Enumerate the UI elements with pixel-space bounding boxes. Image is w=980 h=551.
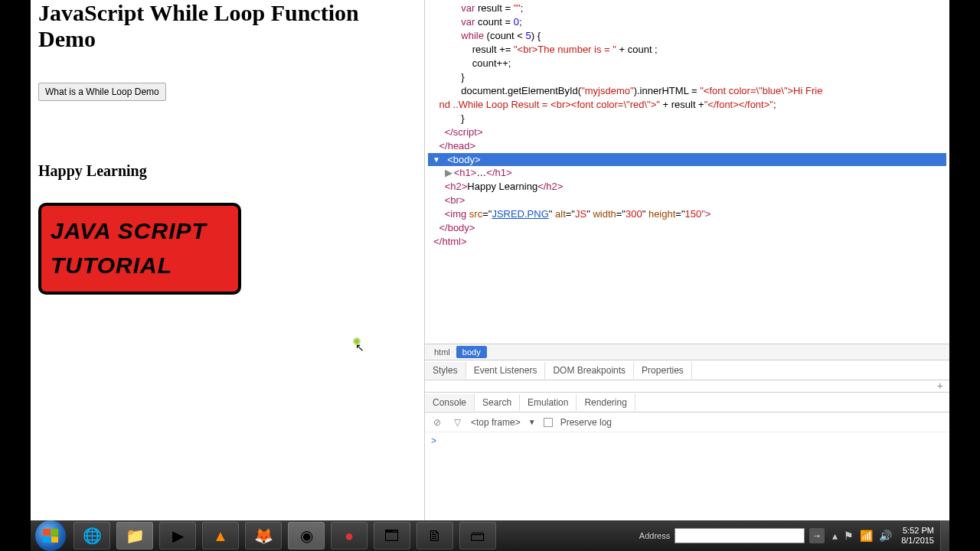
drawer-tabs: Console Search Emulation Rendering bbox=[425, 393, 949, 412]
address-input[interactable] bbox=[675, 528, 805, 543]
system-tray: ▴ ⚑ 📶 🔊 bbox=[829, 530, 895, 542]
tab-styles[interactable]: Styles bbox=[425, 362, 466, 379]
tray-volume-icon[interactable]: 🔊 bbox=[879, 530, 892, 542]
tab-dom-breakpoints[interactable]: DOM Breakpoints bbox=[545, 362, 634, 379]
breadcrumb-html[interactable]: html bbox=[428, 346, 456, 358]
tray-network-icon[interactable]: 📶 bbox=[860, 530, 873, 542]
taskbar-chrome-icon[interactable]: ◉ bbox=[288, 522, 325, 549]
tab-rendering[interactable]: Rendering bbox=[577, 394, 635, 411]
taskbar-address: Address → bbox=[639, 528, 829, 543]
taskbar-recorder-icon[interactable]: ● bbox=[331, 522, 368, 549]
windows-taskbar: 🌐 📁 ▶ ▲ 🦊 ◉ ● 🗔 🗎 🗃 Address → ▴ ⚑ 📶 🔊 5:… bbox=[31, 520, 949, 551]
tab-console[interactable]: Console bbox=[425, 394, 475, 411]
windows-logo-icon bbox=[43, 529, 58, 543]
tutorial-image-line1: JAVA SCRIPT bbox=[51, 214, 229, 248]
styles-tabs: Styles Event Listeners DOM Breakpoints P… bbox=[425, 360, 949, 380]
taskbar-ie-icon[interactable]: 🌐 bbox=[74, 522, 110, 549]
taskbar-explorer-icon[interactable]: 📁 bbox=[116, 522, 153, 549]
tutorial-image-line2: TUTORIAL bbox=[51, 248, 229, 282]
selected-body-tag[interactable]: <body> bbox=[428, 153, 946, 166]
clock-date: 8/1/2015 bbox=[901, 536, 934, 546]
elements-source[interactable]: var result = ""; var count = 0; while (c… bbox=[425, 0, 949, 344]
taskbar-firefox-icon[interactable]: 🦊 bbox=[245, 522, 282, 549]
clear-console-icon[interactable]: ⊘ bbox=[431, 416, 443, 429]
taskbar-app2-icon[interactable]: 🗎 bbox=[416, 522, 453, 549]
while-loop-demo-button[interactable]: What is a While Loop Demo bbox=[38, 83, 166, 101]
taskbar-app1-icon[interactable]: 🗔 bbox=[374, 522, 410, 549]
tray-flag-icon[interactable]: ⚑ bbox=[844, 530, 854, 542]
console-prompt: > bbox=[431, 435, 436, 446]
console-body[interactable]: > bbox=[425, 432, 949, 520]
new-style-rule-icon[interactable]: + bbox=[937, 380, 943, 392]
console-toolbar: ⊘ ▽ <top frame> ▼ Preserve log bbox=[425, 412, 949, 432]
tutorial-image: JAVA SCRIPT TUTORIAL bbox=[38, 203, 241, 295]
page-title: JavaScript While Loop Function Demo bbox=[38, 0, 416, 52]
taskbar-clock[interactable]: 5:52 PM 8/1/2015 bbox=[895, 526, 940, 546]
rendered-page: JavaScript While Loop Function Demo What… bbox=[31, 0, 425, 520]
tab-event-listeners[interactable]: Event Listeners bbox=[466, 362, 546, 379]
frame-selector[interactable]: <top frame> bbox=[471, 417, 521, 428]
taskbar-vlc-icon[interactable]: ▲ bbox=[202, 522, 239, 549]
styles-body: + bbox=[425, 380, 949, 393]
elements-breadcrumb: html body bbox=[425, 344, 949, 360]
happy-learning-heading: Happy Learning bbox=[38, 162, 416, 180]
clock-time: 5:52 PM bbox=[901, 526, 934, 536]
tray-up-icon[interactable]: ▴ bbox=[832, 530, 838, 542]
preserve-log-label: Preserve log bbox=[560, 417, 612, 428]
taskbar-wmp-icon[interactable]: ▶ bbox=[159, 522, 196, 549]
devtools-panel: var result = ""; var count = 0; while (c… bbox=[425, 0, 949, 520]
tab-emulation[interactable]: Emulation bbox=[520, 394, 577, 411]
chevron-down-icon[interactable]: ▼ bbox=[528, 418, 536, 426]
filter-icon[interactable]: ▽ bbox=[451, 416, 463, 429]
start-button[interactable] bbox=[35, 520, 66, 551]
mouse-cursor: ↖ bbox=[352, 337, 366, 350]
address-go-button[interactable]: → bbox=[809, 528, 825, 543]
breadcrumb-body[interactable]: body bbox=[456, 346, 487, 358]
taskbar-app3-icon[interactable]: 🗃 bbox=[459, 522, 496, 549]
preserve-log-checkbox[interactable] bbox=[544, 418, 553, 427]
address-label: Address bbox=[639, 531, 670, 540]
tab-search[interactable]: Search bbox=[475, 394, 520, 411]
tab-properties[interactable]: Properties bbox=[634, 362, 692, 379]
show-desktop-button[interactable] bbox=[940, 520, 949, 551]
